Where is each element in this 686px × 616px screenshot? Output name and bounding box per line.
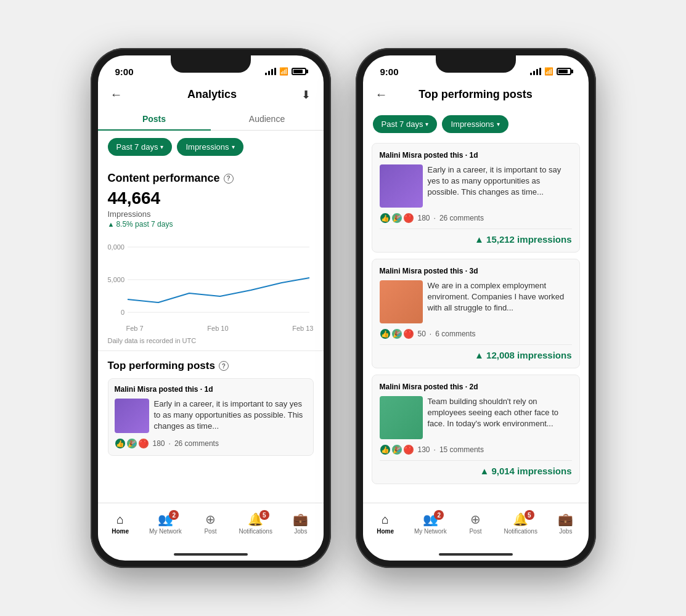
post-thumbnail [115,399,149,433]
battery-icon [292,68,306,75]
post1-heart: ❤️ [403,213,414,224]
nav-notifications-right[interactable]: 🔔 5 Notifications [502,512,539,535]
signal-icon [265,68,276,75]
post1-time: 1d [470,151,478,160]
home-bar-right [439,553,513,556]
nav-jobs-label: Jobs [294,528,307,535]
post1-author-row: Malini Misra posted this · 1d [380,151,572,160]
nav-notifications[interactable]: 🔔 5 Notifications [237,512,274,535]
post3-author: Malini Misra [380,383,422,391]
back-button[interactable]: ← [110,87,123,102]
post-text: Early in a career, it is important to sa… [154,399,307,433]
app-header: ← Analytics ⬇ [98,83,324,108]
post3-thumb-image [380,396,423,439]
tab-posts[interactable]: Posts [98,108,211,130]
chart-area: 10,000 5,000 0 Feb 7 Feb 10 Feb 13 [98,235,324,334]
phone-right: 9:00 📶 ← Top performing posts [356,48,596,568]
post3-impressions: ▲ 9,014 impressions [380,460,572,476]
home-bar [174,553,248,556]
chart-label-feb13: Feb 13 [292,325,313,332]
post2-content-row: We are in a complex employment enviromen… [380,280,572,323]
post2-thumb-image [380,280,423,323]
post1-thumb-image [380,164,423,208]
bottom-nav-right: ⌂ Home 👥 2 My Network ⊕ Post 🔔 5 Notific… [363,503,589,548]
thumb-image [115,399,149,433]
home-indicator [98,548,324,561]
nav-post-label-right: Post [469,528,481,535]
post-list-item-2[interactable]: Malini Misra posted this · 3d We are in … [372,259,580,368]
status-time: 9:00 [115,67,134,77]
nav-home-right[interactable]: ⌂ Home [367,513,404,535]
post1-dot: · [434,214,436,222]
info-icon-posts: ? [219,361,229,371]
signal-icon-right [530,68,541,75]
post1-author: Malini Misra [380,151,422,160]
main-scroll-right: Past 7 days ▾ Impressions ▾ Malini Misra… [363,108,589,503]
post-card[interactable]: Malini Misra posted this · 1d Early in a… [108,378,314,456]
nav-post[interactable]: ⊕ Post [192,512,229,535]
dot-separator: · [169,439,171,448]
tab-audience[interactable]: Audience [211,108,324,130]
filter-time-right[interactable]: Past 7 days ▾ [373,115,438,133]
post1-content-row: Early in a career, it is important to sa… [380,164,572,208]
post-icon: ⊕ [205,512,216,527]
post3-text: Team building shouldn't rely on employee… [428,396,572,439]
nav-network[interactable]: 👥 2 My Network [147,512,184,535]
info-icon: ? [224,174,234,184]
chevron-down-icon-right2: ▾ [497,121,500,128]
filter-metric[interactable]: Impressions ▾ [177,138,243,156]
home-icon: ⌂ [116,513,124,527]
filter-row-right: Past 7 days ▾ Impressions ▾ [363,108,589,140]
jobs-icon-right: 💼 [558,512,573,527]
svg-text:10,000: 10,000 [108,243,125,251]
post3-stats: 👍 🎉 ❤️ 130 · 15 comments [380,444,572,455]
phone-left: 9:00 📶 ← Analytics ⬇ Posts [91,48,331,568]
nav-post-label: Post [204,528,216,535]
post2-dot: · [430,330,431,338]
growth-badge: ▲ 8.5% past 7 days [108,220,314,229]
post-content-row: Early in a career, it is important to sa… [115,399,307,433]
post3-content-row: Team building shouldn't rely on employee… [380,396,572,439]
nav-notifications-label-right: Notifications [504,528,537,535]
post2-author-row: Malini Misra posted this · 3d [380,267,572,275]
growth-arrow-icon: ▲ [108,221,115,228]
post2-heart: ❤️ [403,328,414,339]
home-indicator-right [363,548,589,561]
reaction-icons: 👍 🎉 ❤️ [115,438,149,449]
back-button-right[interactable]: ← [375,87,388,102]
post2-comments: 6 comments [435,330,475,338]
bottom-nav: ⌂ Home 👥 2 My Network ⊕ Post 🔔 5 Notific… [98,503,324,548]
nav-network-right[interactable]: 👥 2 My Network [412,512,449,535]
status-icons-right: 📶 [530,67,571,76]
download-button[interactable]: ⬇ [301,88,311,102]
filter-row: Past 7 days ▾ Impressions ▾ [98,131,324,163]
nav-jobs[interactable]: 💼 Jobs [282,512,319,535]
chart-note: Daily data is recorded in UTC [98,334,324,351]
post-list-item-1[interactable]: Malini Misra posted this · 1d Early in a… [372,143,580,253]
phone-left-screen: 9:00 📶 ← Analytics ⬇ Posts [98,55,324,561]
post3-time: 2d [470,383,478,391]
network-badge: 2 [169,510,179,520]
nav-jobs-label-right: Jobs [559,528,572,535]
nav-home-label-right: Home [377,528,394,535]
filter-metric-right[interactable]: Impressions ▾ [442,115,508,133]
post3-verb: posted this · [424,383,470,391]
post1-celebrate: 🎉 [391,213,402,224]
content-performance-section: Content performance ? 44,664 Impressions… [98,163,324,235]
post3-celebrate: 🎉 [391,444,402,455]
post-list-item-3[interactable]: Malini Misra posted this · 2d Team build… [372,375,580,484]
filter-time[interactable]: Past 7 days ▾ [108,138,173,156]
status-icons: 📶 [265,67,306,76]
nav-home[interactable]: ⌂ Home [102,513,139,535]
home-icon-right: ⌂ [382,513,389,527]
tabs-row: Posts Audience [98,108,324,131]
post1-verb: posted this · [424,151,470,160]
nav-post-right[interactable]: ⊕ Post [457,512,494,535]
post2-impressions: ▲ 12,008 impressions [380,344,572,360]
post2-reaction-count: 50 [418,330,426,338]
page-title: Analytics [187,88,237,101]
post3-reactions: 👍 🎉 ❤️ [380,444,414,455]
nav-jobs-right[interactable]: 💼 Jobs [547,512,584,535]
post1-text: Early in a career, it is important to sa… [428,164,572,208]
post1-stats: 👍 🎉 ❤️ 180 · 26 comments [380,213,572,224]
